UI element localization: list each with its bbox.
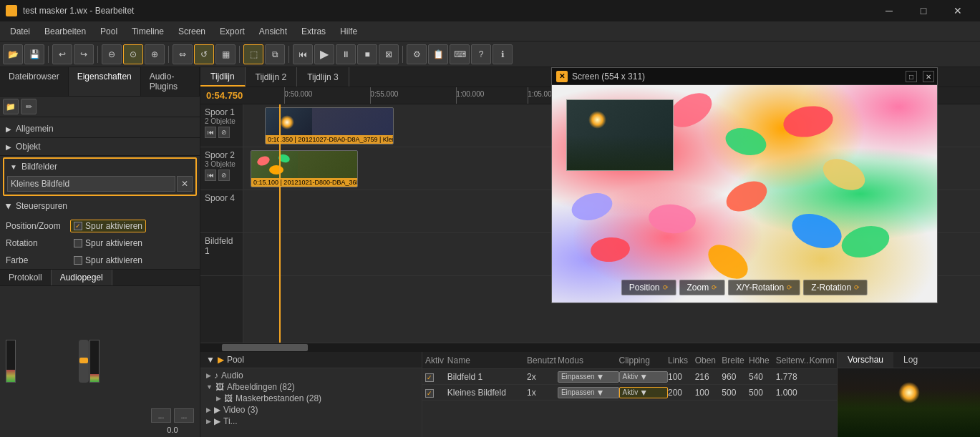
tab-log[interactable]: Log [893,352,928,368]
clip-video-1[interactable]: 0:10.350 | 20121027-D8A0-D8A_3759 | Klei… [265,107,394,144]
position-label: Position [629,283,660,293]
asset-aktiv-2 [425,388,447,398]
menu-ansicht[interactable]: Ansicht [252,24,294,39]
pool-item-masker[interactable]: ▶ 🖼 Maskerbestanden (28) [203,393,419,404]
track-btn-1b[interactable]: ⊘ [218,127,230,138]
modus-dropdown-2[interactable]: Einpassen ▼ [558,387,619,398]
label-objekt: Objekt [16,142,41,152]
screen-ctrl-zoom[interactable]: Zoom ⟳ [679,280,726,295]
play-button[interactable]: ▶ [314,44,334,64]
menu-screen[interactable]: Screen [171,24,213,39]
asset-checkbox-2[interactable] [425,389,434,398]
grid-button[interactable]: ▦ [215,44,236,64]
xy-rotation-label: X/Y-Rotation [736,283,784,293]
asset-clipping-1: Aktiv ▼ [619,371,668,383]
tab-vorschau[interactable]: Vorschau [838,352,893,368]
keyboard-button[interactable]: ⌨ [450,44,470,64]
audio-value: 0.0 [151,426,194,434]
audio-fader[interactable] [79,340,89,383]
track-btn-2a[interactable]: ⏮ [205,170,216,181]
zoom-in-button[interactable]: ⊕ [145,44,165,64]
bildfelder-header[interactable]: ▼ Bildfelder [4,159,195,175]
checkbox-rotation[interactable] [74,239,82,247]
toolbar-separator-4 [239,46,240,63]
steuerspuren-header[interactable]: ▶ Steuerspuren [0,197,200,215]
track-name-1: Spoor 1 [205,107,238,117]
tab-eigenschaften[interactable]: Eigenschaften [69,67,141,96]
split-button[interactable]: ⇔ [173,44,193,64]
menu-hilfe[interactable]: Hilfe [333,24,364,39]
menu-timeline[interactable]: Timeline [125,24,171,39]
modus-dropdown-1[interactable]: Einpassen ▼ [558,371,619,383]
screen-ctrl-xy-rotation[interactable]: X/Y-Rotation ⟳ [728,280,800,295]
rewind-button[interactable]: ⏮ [293,44,313,64]
menu-pool[interactable]: Pool [93,24,125,39]
open-button[interactable]: 📂 [3,44,23,64]
monitor-button[interactable]: ⬚ [243,44,263,64]
pause-button[interactable]: ⏸ [336,44,356,64]
titlebar: test masker 1.wx - Bearbeitet ─ □ ✕ [0,0,980,21]
zoom-center-button[interactable]: ⊙ [123,44,143,64]
tab-tijdlijn-2[interactable]: Tijdlijn 2 [246,67,298,87]
screen-ctrl-position[interactable]: Position ⟳ [621,280,676,295]
tab-audiopegel[interactable]: Audiopegel [52,270,112,285]
track-btn-2b[interactable]: ⊘ [218,170,230,181]
track-controls-2: ⏮ ⊘ [205,170,238,181]
track-btn-1a[interactable]: ⏮ [205,127,216,138]
menu-datei[interactable]: Datei [3,24,37,39]
tab-tijdlijn-1[interactable]: Tijdlijn [200,67,246,87]
minimize-button[interactable]: ─ [873,0,906,21]
tab-protokoll[interactable]: Protokoll [0,270,52,285]
redo-button[interactable]: ↪ [74,44,94,64]
rotation-activate[interactable]: Spur aktivieren [70,237,146,250]
menu-extras[interactable]: Extras [294,24,333,39]
pool-item-ti[interactable]: ▶ ▶ Ti... [203,416,419,427]
screen-titlebar: ✕ Screen (554 x 311) □ ✕ [552,68,937,85]
capture-button[interactable]: ⧉ [265,44,285,64]
tab-audio-plugins[interactable]: Audio-Plugins [141,67,200,96]
screen-window: ✕ Screen (554 x 311) □ ✕ [551,67,938,303]
pool-item-audio[interactable]: ▶ ♪ Audio [203,370,419,381]
menu-export[interactable]: Export [213,24,252,39]
section-objekt[interactable]: ▶ Objekt [0,138,200,155]
checkbox-position-zoom[interactable] [74,222,82,230]
farbe-activate[interactable]: Spur aktivieren [70,254,146,267]
screen-ctrl-z-rotation[interactable]: Z-Rotation ⟳ [803,280,868,295]
info-button[interactable]: ℹ [493,44,513,64]
menu-bearbeiten[interactable]: Bearbeiten [37,24,93,39]
bildfelder-clear-btn[interactable]: ✕ [177,176,193,192]
audio-btn-left[interactable]: ... [151,408,171,423]
timeline-scrollbar[interactable] [200,343,980,351]
pool-item-video[interactable]: ▶ ▶ Video (3) [203,404,419,416]
loop-button[interactable]: ↺ [194,44,214,64]
save-button[interactable]: 💾 [24,44,44,64]
clipping-badge-1[interactable]: Aktiv ▼ [619,371,668,383]
audio-btn-right[interactable]: ... [174,408,194,423]
screen-resize-btn[interactable]: □ [906,71,917,82]
maximize-button[interactable]: □ [907,0,940,21]
clipping-badge-2[interactable]: Aktiv ▼ [619,387,668,398]
tab-tijdlijn-3[interactable]: Tijdlijn 3 [297,67,349,87]
settings-button[interactable]: ⚙ [407,44,427,64]
panel-edit-btn[interactable]: ✏ [21,99,37,114]
label-allgemein: Allgemein [16,124,54,134]
bildfelder-input[interactable] [7,176,175,192]
clip-jelly-1[interactable]: 0:15.100 | 20121021-D800-DBA_3681 [251,150,358,187]
tab-dateibrowser[interactable]: Dateibrowser [0,67,69,96]
panel-folder-btn[interactable]: 📁 [3,99,19,114]
close-button[interactable]: ✕ [941,0,974,21]
pool-item-afbeeldingen[interactable]: ▼ 🖼 Afbeeldingen (82) [203,381,419,393]
screen-x-btn[interactable]: ✕ [923,71,934,82]
asset-checkbox-1[interactable] [425,373,434,382]
output-button[interactable]: 📋 [428,44,448,64]
undo-button[interactable]: ↩ [52,44,72,64]
section-allgemein[interactable]: ▶ Allgemein [0,120,200,137]
stop-button[interactable]: ■ [357,44,377,64]
position-zoom-activate[interactable]: Spur aktivieren [70,220,146,232]
record-button[interactable]: ⊠ [379,44,399,64]
checkbox-farbe[interactable] [74,256,82,265]
track-sub-1: 2 Objekte [205,117,238,125]
screen-close-btn[interactable]: ✕ [556,71,568,82]
zoom-out-button[interactable]: ⊖ [102,44,122,64]
help-button[interactable]: ? [471,44,491,64]
